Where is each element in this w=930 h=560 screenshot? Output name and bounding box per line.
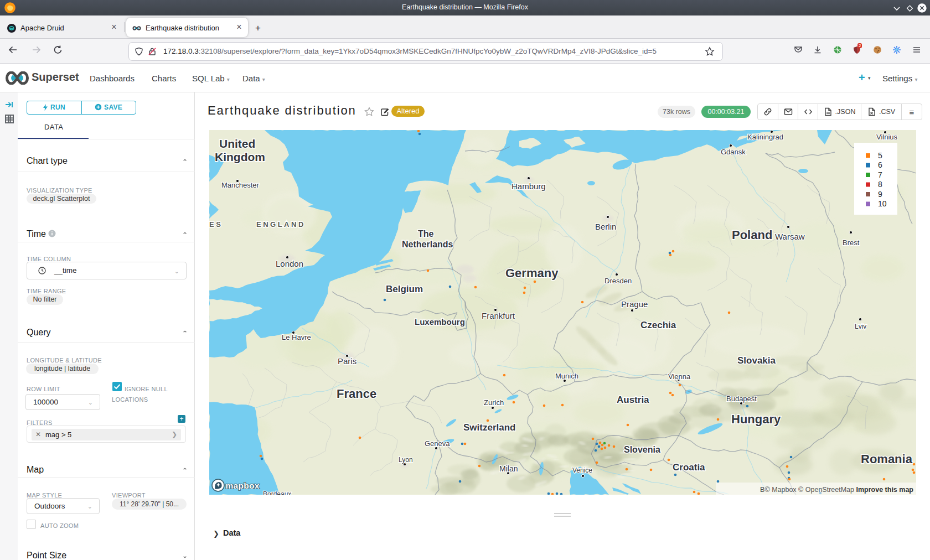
svg-text:Venice: Venice bbox=[572, 466, 592, 474]
svg-text:Austria: Austria bbox=[617, 395, 649, 405]
svg-text:Germany: Germany bbox=[505, 266, 559, 280]
svg-text:ENGLAND: ENGLAND bbox=[256, 220, 306, 229]
svg-text:Warsaw: Warsaw bbox=[775, 232, 805, 241]
svg-text:London: London bbox=[276, 259, 303, 268]
svg-text:Milan: Milan bbox=[499, 464, 518, 473]
svg-text:Zurich: Zurich bbox=[484, 398, 504, 407]
svg-text:10: 10 bbox=[878, 199, 887, 208]
svg-text:Le Havre: Le Havre bbox=[282, 333, 311, 341]
svg-text:Lyon: Lyon bbox=[399, 456, 413, 464]
svg-text:Hamburg: Hamburg bbox=[512, 182, 546, 191]
svg-text:United: United bbox=[219, 137, 255, 150]
svg-text:Belgium: Belgium bbox=[386, 284, 423, 294]
svg-text:Paris: Paris bbox=[338, 356, 356, 366]
svg-text:Kaliningrad: Kaliningrad bbox=[747, 133, 783, 141]
svg-text:Netherlands: Netherlands bbox=[402, 240, 453, 249]
svg-text:6: 6 bbox=[878, 160, 882, 169]
svg-text:Vienna: Vienna bbox=[668, 372, 691, 381]
svg-text:France: France bbox=[337, 387, 376, 401]
svg-text:Manchester: Manchester bbox=[221, 181, 260, 189]
svg-text:Vilnius: Vilnius bbox=[876, 133, 898, 141]
svg-text:Frankfurt: Frankfurt bbox=[482, 311, 515, 320]
svg-text:mapbox: mapbox bbox=[226, 481, 260, 490]
svg-text:Budapest: Budapest bbox=[726, 395, 757, 403]
svg-text:Poland: Poland bbox=[732, 228, 772, 242]
svg-text:8: 8 bbox=[878, 180, 882, 189]
svg-text:5: 5 bbox=[878, 151, 882, 160]
svg-text:Hungary: Hungary bbox=[731, 412, 781, 426]
svg-text:ES: ES bbox=[209, 220, 223, 229]
svg-text:Gdansk: Gdansk bbox=[721, 148, 746, 156]
svg-text:Geneva: Geneva bbox=[425, 439, 450, 448]
svg-text:Croatia: Croatia bbox=[673, 462, 705, 473]
svg-text:Lviv: Lviv bbox=[855, 323, 866, 330]
svg-text:Prague: Prague bbox=[621, 299, 648, 309]
svg-text:Slovenia: Slovenia bbox=[624, 445, 660, 454]
svg-text:Luxembourg: Luxembourg bbox=[415, 317, 465, 326]
svg-text:B© Mapbox © OpenStreetMap Impr: B© Mapbox © OpenStreetMap Improve this m… bbox=[760, 486, 913, 494]
svg-text:The: The bbox=[418, 229, 434, 238]
svg-text:Munich: Munich bbox=[555, 372, 578, 380]
svg-text:Kingdom: Kingdom bbox=[215, 151, 265, 163]
svg-text:Slovakia: Slovakia bbox=[737, 355, 776, 366]
svg-text:Romania: Romania bbox=[861, 452, 913, 466]
svg-text:Switzerland: Switzerland bbox=[463, 422, 515, 433]
svg-text:7: 7 bbox=[878, 170, 882, 179]
svg-text:Dresden: Dresden bbox=[604, 277, 632, 285]
svg-text:Berlin: Berlin bbox=[595, 222, 616, 231]
svg-text:9: 9 bbox=[878, 190, 882, 199]
svg-text:Brest: Brest bbox=[843, 238, 860, 247]
svg-text:Bordeaux: Bordeaux bbox=[263, 490, 291, 495]
svg-text:Czechia: Czechia bbox=[640, 320, 676, 330]
